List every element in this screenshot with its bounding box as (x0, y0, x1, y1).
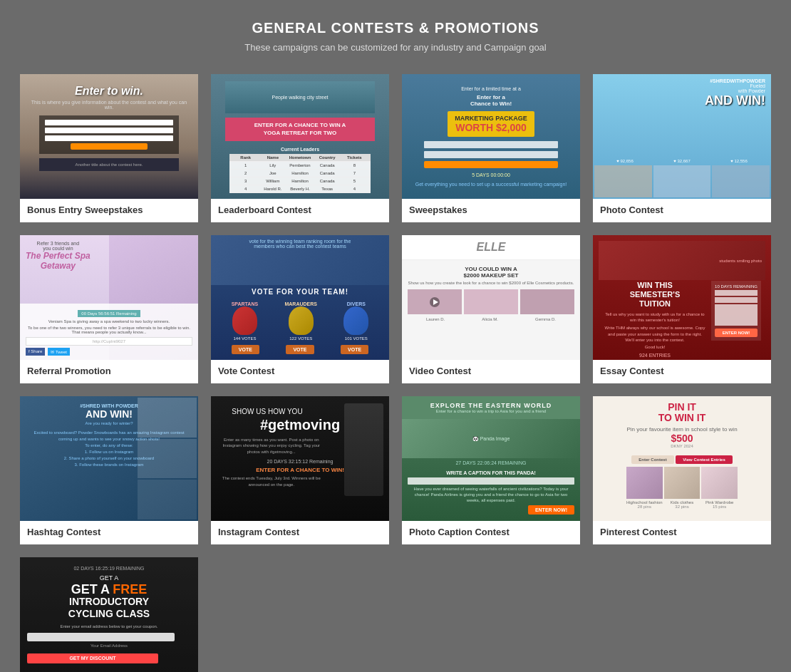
card-label-essay: Essay Contest (593, 360, 771, 383)
card-label-bonus: Bonus Entry Sweepstakes (20, 199, 198, 222)
card-sweepstakes[interactable]: Enter for a limited time at a Enter for … (402, 74, 580, 222)
card-label-caption: Photo Caption Contest (402, 521, 580, 544)
card-caption[interactable]: EXPLORE THE EASTERN WORLD Enter for a ch… (402, 396, 580, 544)
card-referral[interactable]: Refer 3 friends and you could win The Pe… (20, 235, 198, 383)
card-pinterest[interactable]: PIN ITTO WIN IT Pin your favourite item … (593, 396, 771, 544)
thumbnail-sweepstakes: Enter for a limited time at a Enter for … (402, 74, 580, 199)
card-label-referral: Referral Promotion (20, 360, 198, 383)
thumbnail-caption: EXPLORE THE EASTERN WORLD Enter for a ch… (402, 396, 580, 521)
page-subtitle: These campaigns can be customized for an… (14, 42, 777, 53)
card-label-instagram: Instagram Contest (211, 521, 389, 544)
thumbnail-instagram: SHOW US HOW YOU #getmoving Enter as many… (211, 396, 389, 521)
thumbnail-photo: #SHREDWITHPOWDER Fueled with Powder AND … (593, 74, 771, 199)
thumbnail-essay: students smiling photo WIN THISSEMESTER'… (593, 235, 771, 360)
card-coupon[interactable]: 02 DAYS 16:25:19 REMAINING GET A GET A F… (20, 557, 198, 672)
page-title: GENERAL CONTESTS & PROMOTIONS (14, 20, 777, 36)
card-hashtag[interactable]: #SHRED WITH POWDER AND WIN! Are you read… (20, 396, 198, 544)
card-label-pinterest: Pinterest Contest (593, 521, 771, 544)
thumbnail-vote: vote for the winning team ranking room f… (211, 235, 389, 360)
card-leaderboard[interactable]: People walking city street ENTER FOR A C… (211, 74, 389, 222)
thumbnail-bonus: Enter to win. This is where you give inf… (20, 74, 198, 199)
thumbnail-hashtag: #SHRED WITH POWDER AND WIN! Are you read… (20, 396, 198, 521)
card-label-vote: Vote Contest (211, 360, 389, 383)
thumbnail-leaderboard: People walking city street ENTER FOR A C… (211, 74, 389, 199)
page-header: GENERAL CONTESTS & PROMOTIONS These camp… (0, 0, 791, 61)
card-label-video: Video Contest (402, 360, 580, 383)
card-label-photo: Photo Contest (593, 199, 771, 222)
contests-grid: Enter to win. This is where you give inf… (0, 61, 791, 672)
card-photo[interactable]: #SHREDWITHPOWDER Fueled with Powder AND … (593, 74, 771, 222)
card-vote[interactable]: vote for the winning team ranking room f… (211, 235, 389, 383)
thumbnail-referral: Refer 3 friends and you could win The Pe… (20, 235, 198, 360)
card-bonus-entry[interactable]: Enter to win. This is where you give inf… (20, 74, 198, 222)
card-label-sweepstakes: Sweepstakes (402, 199, 580, 222)
card-label-hashtag: Hashtag Contest (20, 521, 198, 544)
card-essay[interactable]: students smiling photo WIN THISSEMESTER'… (593, 235, 771, 383)
bonus-title: Enter to win. (75, 85, 143, 98)
thumbnail-video: ELLE YOU COULD WIN A$2000 MAKEUP SET Sho… (402, 235, 580, 360)
thumbnail-coupon: 02 DAYS 16:25:19 REMAINING GET A GET A F… (20, 557, 198, 672)
card-label-leaderboard: Leaderboard Contest (211, 199, 389, 222)
card-instagram[interactable]: SHOW US HOW YOU #getmoving Enter as many… (211, 396, 389, 544)
card-video[interactable]: ELLE YOU COULD WIN A$2000 MAKEUP SET Sho… (402, 235, 580, 383)
thumbnail-pinterest: PIN ITTO WIN IT Pin your favourite item … (593, 396, 771, 521)
